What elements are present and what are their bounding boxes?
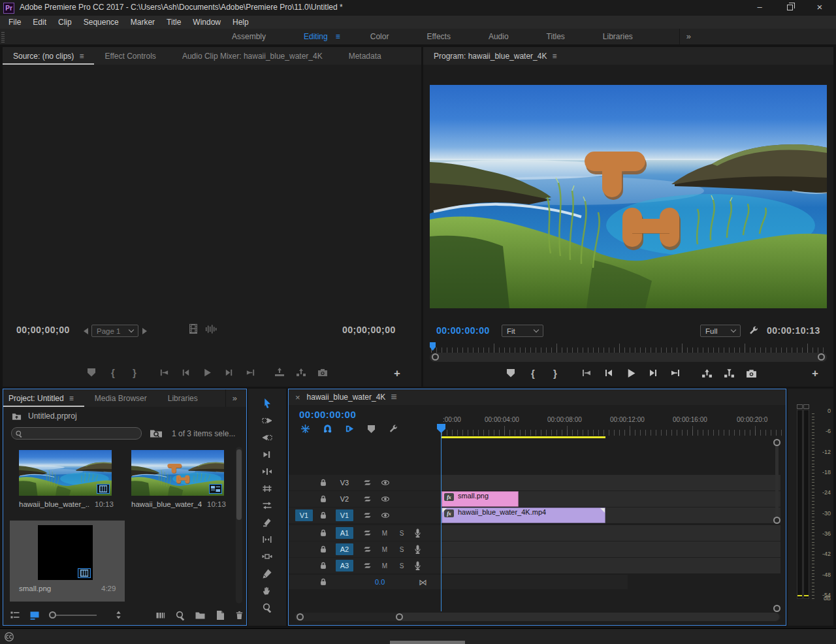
workspace-tab[interactable]: Editing≡	[289, 29, 355, 44]
track-select-forward-tool[interactable]	[262, 415, 272, 426]
sort-icons-button[interactable]	[114, 610, 123, 620]
mute-button[interactable]: M	[380, 562, 389, 570]
track-lane-v3[interactable]	[442, 475, 780, 491]
workspace-tab[interactable]: Color	[355, 29, 412, 44]
track-output-eye-icon[interactable]	[380, 511, 391, 520]
settings-wrench-icon[interactable]	[748, 325, 759, 336]
restore-button[interactable]	[777, 0, 803, 16]
item-name[interactable]: hawaii_blue_water_...	[19, 500, 89, 508]
media-browser-tab[interactable]: Media Browser	[84, 394, 157, 407]
export-frame-button[interactable]	[315, 365, 330, 379]
track-name[interactable]: A2	[336, 543, 353, 555]
track-name[interactable]: V3	[336, 477, 353, 489]
sync-lock-icon[interactable]	[362, 478, 372, 487]
track-lane-a2[interactable]	[442, 541, 780, 557]
mute-button[interactable]: M	[380, 546, 389, 553]
razor-tool[interactable]	[262, 517, 272, 528]
playback-resolution-select[interactable]: Full	[700, 325, 741, 337]
search-bin-icon[interactable]	[150, 428, 163, 438]
scrollbar-handle-right[interactable]	[818, 353, 825, 361]
item-name[interactable]: hawaii_blue_water_4K	[131, 500, 202, 508]
film-badge-icon[interactable]	[97, 484, 110, 494]
mark-in-button[interactable]: {	[525, 366, 541, 380]
track-output-eye-icon[interactable]	[380, 478, 391, 487]
mark-in-button[interactable]: {	[105, 365, 121, 379]
clip-thumbnail[interactable]	[19, 450, 112, 496]
add-marker-icon[interactable]	[368, 425, 375, 433]
lock-icon[interactable]	[319, 545, 328, 554]
panel-menu-icon[interactable]: ≡	[69, 394, 74, 403]
panel-menu-icon[interactable]: ≡	[552, 52, 556, 61]
workspace-overflow-icon[interactable]: »	[679, 29, 698, 44]
lock-icon[interactable]	[319, 478, 328, 487]
close-button[interactable]: ×	[807, 0, 833, 16]
sync-lock-icon[interactable]	[362, 545, 372, 554]
track-name[interactable]: A3	[336, 560, 353, 572]
item-name[interactable]: small.png	[19, 585, 51, 592]
timeline-playhead-line[interactable]	[441, 426, 442, 611]
mark-out-button[interactable]: }	[547, 366, 563, 380]
scrollbar-handle-left[interactable]	[432, 353, 439, 361]
timeline-clip-small-png[interactable]: fx small.png	[442, 491, 519, 507]
workspace-tab[interactable]: Audio	[474, 29, 532, 44]
lock-icon[interactable]	[319, 511, 328, 520]
menu-item[interactable]: File	[3, 16, 27, 29]
sync-lock-icon[interactable]	[362, 494, 372, 504]
workspace-tab[interactable]: Assembly	[217, 29, 289, 44]
workspace-tab[interactable]: Titles	[532, 29, 588, 44]
track-lane-a1[interactable]	[442, 525, 780, 541]
drag-video-icon[interactable]	[189, 324, 197, 334]
project-item[interactable]: hawaii_blue_water_4K 10:13	[122, 447, 237, 519]
voiceover-mic-icon[interactable]	[413, 528, 423, 538]
source-panel-tab[interactable]: Metadata	[338, 52, 397, 65]
menu-item[interactable]: Help	[227, 16, 255, 29]
go-to-in-button[interactable]	[156, 365, 172, 379]
scrollbar-thumb[interactable]	[236, 449, 242, 520]
slide-tool[interactable]	[262, 551, 272, 562]
menu-item[interactable]: Window	[187, 16, 227, 29]
track-output-eye-icon[interactable]	[380, 494, 391, 504]
master-meter-icon[interactable]: ⋈	[419, 577, 427, 587]
source-timecode[interactable]: 00;00;00;00	[16, 325, 70, 335]
timeline-settings-wrench-icon[interactable]	[388, 424, 398, 434]
add-marker-button[interactable]	[503, 366, 519, 380]
automate-to-sequence-button[interactable]	[155, 610, 166, 620]
creative-cloud-sync-icon[interactable]	[4, 632, 14, 642]
slip-tool[interactable]	[262, 534, 272, 545]
sequence-badge-icon[interactable]	[209, 484, 222, 494]
project-item[interactable]: hawaii_blue_water_... 10:13	[10, 447, 125, 519]
film-badge-icon[interactable]	[78, 568, 91, 578]
project-item-selected[interactable]: small.png 4:29	[10, 521, 125, 602]
menu-item[interactable]: Title	[161, 16, 187, 29]
lift-button[interactable]	[699, 366, 715, 380]
page-next-icon[interactable]	[142, 328, 147, 334]
track-height-handle-bottom[interactable]	[773, 517, 780, 524]
close-tab-icon[interactable]: ×	[295, 393, 300, 402]
add-marker-button[interactable]	[84, 365, 99, 379]
up-one-level-icon[interactable]	[11, 411, 22, 421]
menu-item[interactable]: Sequence	[78, 16, 125, 29]
source-panel-tab[interactable]: Source: (no clips)≡	[3, 52, 94, 65]
timeline-horizontal-scrollbar[interactable]	[295, 613, 780, 621]
zoom-handle-left[interactable]	[297, 613, 304, 620]
program-monitor[interactable]	[430, 85, 827, 308]
button-editor-plus[interactable]: +	[394, 367, 400, 380]
go-to-out-button[interactable]	[667, 366, 683, 380]
selection-tool[interactable]	[262, 398, 273, 409]
sync-lock-icon[interactable]	[362, 511, 372, 520]
play-button[interactable]	[623, 366, 639, 380]
thumbnail-zoom-slider[interactable]	[49, 611, 97, 619]
project-panel-tab[interactable]: Project: Untitled≡	[3, 394, 84, 407]
insert-button[interactable]	[272, 365, 287, 379]
extract-button[interactable]	[721, 366, 737, 380]
voiceover-mic-icon[interactable]	[413, 560, 423, 571]
sync-lock-icon[interactable]	[362, 528, 372, 538]
snap-icon[interactable]	[323, 424, 332, 434]
workspace-tab-menu-icon[interactable]: ≡	[336, 32, 340, 41]
source-patch-v1[interactable]: V1	[295, 509, 313, 521]
program-panel-tab[interactable]: Program: hawaii_blue_water_4K≡	[423, 52, 567, 65]
minimize-button[interactable]: –	[747, 0, 773, 16]
linked-selection-icon[interactable]	[345, 424, 355, 434]
remix-arrows-tool[interactable]	[262, 500, 272, 511]
track-lane-a3[interactable]	[442, 558, 780, 573]
